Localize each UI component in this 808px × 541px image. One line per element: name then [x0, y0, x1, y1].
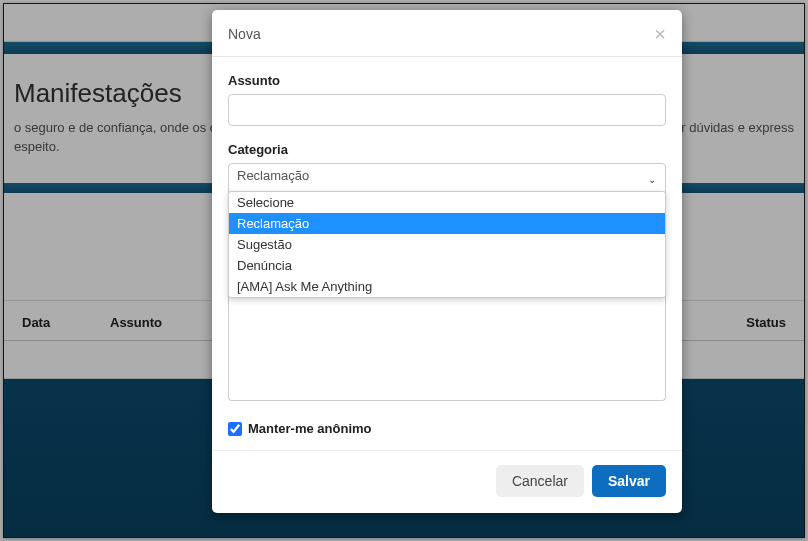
modal-body: Assunto Categoria Reclamação ⌄ Selecione…	[212, 57, 682, 405]
anonymous-checkbox[interactable]	[228, 422, 242, 436]
modal-title: Nova	[228, 26, 261, 42]
categoria-option[interactable]: [AMA] Ask Me Anything	[229, 276, 665, 297]
categoria-label: Categoria	[228, 142, 666, 157]
categoria-dropdown[interactable]: Selecione Reclamação Sugestão Denúncia […	[228, 191, 666, 298]
modal-header: Nova ×	[212, 10, 682, 57]
modal-new: Nova × Assunto Categoria Reclamação ⌄ Se…	[212, 10, 682, 513]
assunto-label: Assunto	[228, 73, 666, 88]
anonymous-label: Manter-me anônimo	[248, 421, 372, 436]
modal-footer: Cancelar Salvar	[212, 450, 682, 513]
categoria-option[interactable]: Sugestão	[229, 234, 665, 255]
categoria-option[interactable]: Denúncia	[229, 255, 665, 276]
assunto-input[interactable]	[228, 94, 666, 126]
save-button[interactable]: Salvar	[592, 465, 666, 497]
cancel-button[interactable]: Cancelar	[496, 465, 584, 497]
categoria-option[interactable]: Selecione	[229, 192, 665, 213]
close-icon[interactable]: ×	[654, 24, 666, 44]
anonymous-row: Manter-me anônimo	[212, 405, 682, 440]
categoria-option[interactable]: Reclamação	[229, 213, 665, 234]
